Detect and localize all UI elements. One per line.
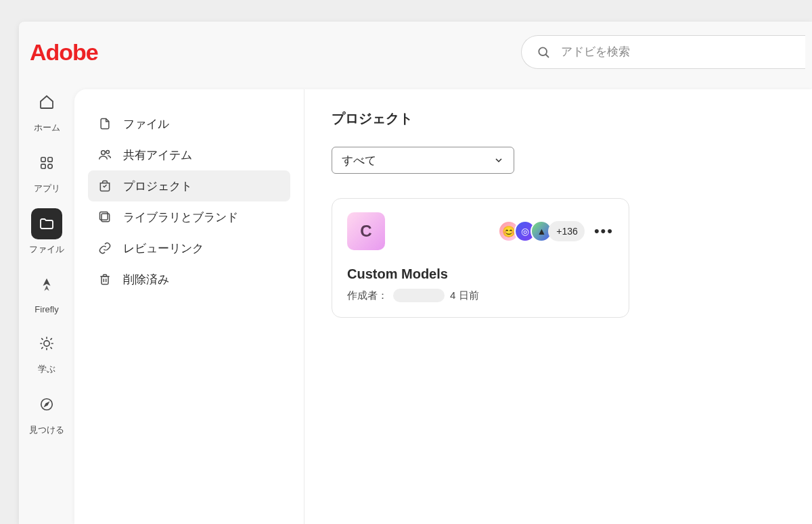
- nav-label: 学ぶ: [38, 363, 55, 375]
- nav-item-firefly[interactable]: Firefly: [31, 269, 62, 314]
- project-meta: 作成者： 4 日前: [347, 289, 614, 302]
- svg-marker-16: [45, 402, 49, 406]
- svg-point-6: [44, 341, 49, 346]
- time-ago: 4 日前: [450, 289, 479, 302]
- author-chip: [393, 289, 445, 302]
- page-title: プロジェクト: [332, 110, 785, 128]
- avatar-overflow-count: +136: [548, 221, 585, 241]
- nav-label: 見つける: [29, 424, 64, 436]
- file-sidebar: ファイル 共有アイテム プロジェクト: [74, 89, 304, 524]
- sidebar-item-files[interactable]: ファイル: [88, 108, 290, 139]
- svg-rect-3: [48, 158, 52, 162]
- sidebar-item-shared[interactable]: 共有アイテム: [88, 139, 290, 170]
- nav-item-apps[interactable]: アプリ: [31, 147, 62, 195]
- nav-item-home[interactable]: ホーム: [31, 87, 62, 134]
- filter-dropdown[interactable]: すべて: [332, 147, 514, 174]
- adobe-logo[interactable]: Adobe: [30, 39, 98, 66]
- body: ホーム アプリ ファイル Firefly: [19, 82, 812, 524]
- chevron-down-icon: [493, 155, 504, 166]
- project-icon: [97, 179, 112, 193]
- firefly-icon: [31, 269, 62, 300]
- svg-line-1: [546, 55, 549, 57]
- compass-icon: [31, 389, 62, 420]
- nav-label: ファイル: [29, 243, 64, 256]
- card-actions: 😊 ◎ ▲ +136 •••: [498, 220, 614, 242]
- main-panel: ファイル 共有アイテム プロジェクト: [74, 89, 812, 524]
- created-by-label: 作成者：: [347, 289, 388, 302]
- lightbulb-icon: [31, 328, 62, 359]
- nav-item-learn[interactable]: 学ぶ: [31, 328, 62, 375]
- sidebar-item-label: レビューリンク: [123, 241, 204, 256]
- project-title: Custom Models: [347, 266, 614, 282]
- project-thumbnail: C: [347, 212, 385, 250]
- trash-icon: [97, 272, 112, 286]
- folder-icon: [31, 208, 62, 239]
- nav-label: アプリ: [34, 183, 60, 195]
- apps-icon: [31, 147, 62, 178]
- svg-point-18: [106, 151, 110, 154]
- filter-selected-label: すべて: [342, 153, 376, 168]
- sidebar-item-label: 削除済み: [123, 272, 169, 287]
- header: Adobe: [19, 22, 812, 82]
- svg-point-17: [102, 151, 106, 155]
- home-icon: [31, 87, 62, 118]
- svg-line-14: [42, 348, 43, 348]
- people-icon: [97, 148, 112, 162]
- library-icon: [97, 210, 112, 224]
- content-area: プロジェクト すべて C 😊 ◎ ▲ +136: [304, 89, 812, 524]
- card-header: C 😊 ◎ ▲ +136 •••: [347, 212, 614, 250]
- svg-rect-4: [41, 164, 45, 168]
- more-options-button[interactable]: •••: [594, 222, 614, 240]
- svg-rect-2: [41, 158, 45, 162]
- nav-label: Firefly: [35, 304, 58, 314]
- svg-point-5: [48, 164, 52, 168]
- nav-label: ホーム: [34, 122, 60, 134]
- svg-line-11: [42, 339, 43, 339]
- svg-line-12: [51, 339, 51, 339]
- sidebar-item-review[interactable]: レビューリンク: [88, 233, 290, 264]
- search-icon: [537, 45, 550, 59]
- nav-item-files[interactable]: ファイル: [29, 208, 64, 256]
- sidebar-item-label: ライブラリとブランド: [123, 210, 238, 225]
- project-card[interactable]: C 😊 ◎ ▲ +136 ••• Custom Models: [332, 198, 629, 318]
- link-icon: [97, 241, 112, 255]
- svg-line-13: [51, 348, 51, 348]
- app-frame: Adobe ホーム アプリ: [19, 22, 812, 524]
- sidebar-item-label: 共有アイテム: [123, 147, 192, 163]
- search-field[interactable]: [521, 35, 805, 69]
- file-icon: [97, 117, 112, 130]
- sidebar-item-libraries[interactable]: ライブラリとブランド: [88, 201, 290, 233]
- collaborator-avatars[interactable]: 😊 ◎ ▲ +136: [498, 220, 585, 242]
- nav-item-discover[interactable]: 見つける: [29, 389, 64, 436]
- sidebar-item-label: プロジェクト: [123, 178, 192, 194]
- sidebar-item-label: ファイル: [123, 116, 169, 132]
- search-input[interactable]: [561, 45, 793, 59]
- nav-rail: ホーム アプリ ファイル Firefly: [19, 82, 74, 524]
- sidebar-item-deleted[interactable]: 削除済み: [88, 264, 290, 295]
- sidebar-item-projects[interactable]: プロジェクト: [88, 170, 290, 201]
